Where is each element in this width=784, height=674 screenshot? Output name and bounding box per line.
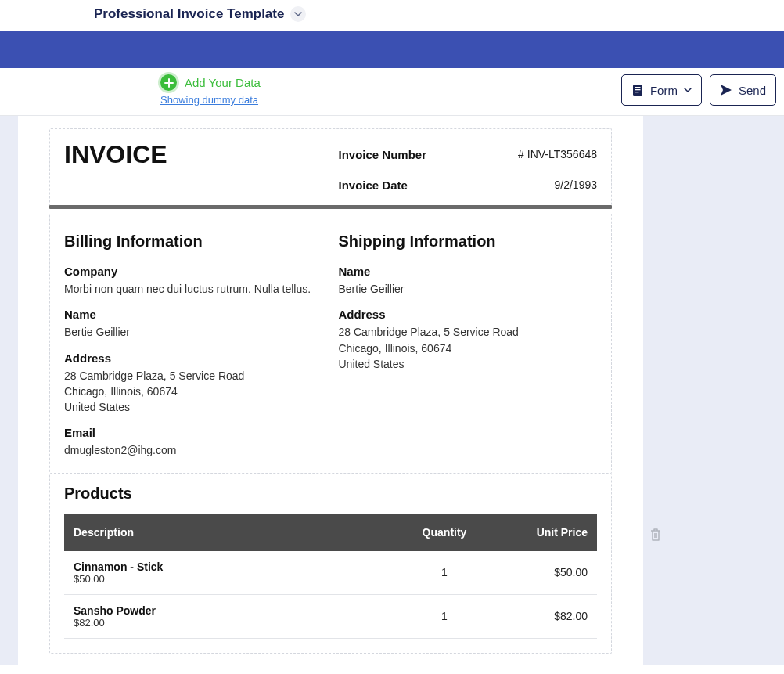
shipping-address-line1: 28 Cambridge Plaza, 5 Service Road: [339, 324, 598, 340]
billing-address-label: Address: [64, 351, 323, 365]
product-subprice: $82.00: [74, 617, 392, 629]
chevron-down-icon: [684, 86, 692, 94]
svg-rect-2: [635, 89, 640, 90]
product-name: Sansho Powder: [74, 604, 392, 617]
shipping-name-label: Name: [339, 265, 598, 278]
send-icon: [720, 84, 732, 96]
invoice-date-value: 9/2/1993: [555, 178, 598, 192]
products-section[interactable]: Products Description Quantity Unit Price…: [49, 474, 612, 654]
svg-rect-1: [635, 87, 640, 88]
delete-button[interactable]: [649, 528, 662, 544]
product-qty: 1: [401, 594, 487, 638]
col-quantity: Quantity: [401, 514, 487, 551]
canvas-area: INVOICE Invoice Number # INV-LT356648 In…: [0, 116, 784, 665]
billing-address-line3: United States: [64, 399, 323, 415]
invoice-number-value: # INV-LT356648: [518, 148, 597, 161]
form-button[interactable]: Form: [621, 74, 702, 106]
product-qty: 1: [401, 551, 487, 595]
product-subprice: $50.00: [74, 573, 392, 585]
table-row: Sansho Powder $82.00 1 $82.00: [64, 594, 597, 638]
products-table: Description Quantity Unit Price Cinnamon…: [64, 514, 597, 639]
product-name: Cinnamon - Stick: [74, 560, 392, 573]
trash-icon: [649, 528, 662, 542]
top-title-row: Professional Invoice Template: [0, 0, 784, 31]
billing-name-value: Bertie Geillier: [64, 324, 323, 340]
product-price: $82.00: [487, 594, 597, 638]
invoice-header-section[interactable]: INVOICE Invoice Number # INV-LT356648 In…: [49, 128, 612, 206]
svg-rect-3: [635, 92, 638, 92]
table-row: Cinnamon - Stick $50.00 1 $50.00: [64, 551, 597, 595]
showing-dummy-link[interactable]: Showing dummy data: [160, 94, 261, 106]
invoice-date-label: Invoice Date: [339, 178, 408, 192]
add-data-button[interactable]: Add Your Data: [160, 74, 261, 91]
template-title: Professional Invoice Template: [94, 6, 284, 22]
invoice-date-row: Invoice Date 9/2/1993: [339, 178, 598, 192]
send-button-label: Send: [739, 84, 766, 97]
add-data-label: Add Your Data: [185, 76, 261, 89]
invoice-page: INVOICE Invoice Number # INV-LT356648 In…: [18, 116, 643, 669]
billing-email-value: dmugleston2@ihg.com: [64, 442, 323, 458]
billing-address-line1: 28 Cambridge Plaza, 5 Service Road: [64, 368, 323, 384]
billing-address-value: 28 Cambridge Plaza, 5 Service Road Chica…: [64, 368, 323, 416]
shipping-address-label: Address: [339, 308, 598, 321]
invoice-number-row: Invoice Number # INV-LT356648: [339, 148, 598, 161]
toolbar: Add Your Data Showing dummy data Form Se…: [0, 68, 784, 116]
shipping-name-value: Bertie Geillier: [339, 281, 598, 297]
chevron-down-icon: [294, 10, 302, 18]
products-header-row: Description Quantity Unit Price: [64, 514, 597, 551]
billing-shipping-section[interactable]: Billing Information Company Morbi non qu…: [49, 214, 612, 474]
shipping-address-line3: United States: [339, 356, 598, 372]
invoice-title: INVOICE: [64, 140, 323, 169]
shipping-column: Shipping Information Name Bertie Geillie…: [339, 225, 598, 459]
billing-email-label: Email: [64, 426, 323, 439]
billing-company-label: Company: [64, 265, 323, 278]
banner-bar: [0, 31, 784, 68]
shipping-address-value: 28 Cambridge Plaza, 5 Service Road Chica…: [339, 324, 598, 372]
add-data-group: Add Your Data Showing dummy data: [160, 74, 261, 106]
billing-heading: Billing Information: [64, 232, 323, 250]
col-unit-price: Unit Price: [487, 514, 597, 551]
shipping-address-line2: Chicago, Illinois, 60674: [339, 341, 598, 356]
shipping-heading: Shipping Information: [339, 232, 598, 250]
form-button-label: Form: [650, 84, 678, 97]
billing-company-value: Morbi non quam nec dui luctus rutrum. Nu…: [64, 281, 323, 297]
product-price: $50.00: [487, 551, 597, 595]
plus-icon: [160, 74, 177, 91]
billing-address-line2: Chicago, Illinois, 60674: [64, 384, 323, 399]
products-heading: Products: [64, 485, 597, 503]
billing-name-label: Name: [64, 308, 323, 321]
form-icon: [631, 84, 644, 96]
title-dropdown-button[interactable]: [290, 6, 306, 22]
invoice-number-label: Invoice Number: [339, 148, 427, 161]
send-button[interactable]: Send: [710, 74, 776, 106]
col-description: Description: [64, 514, 401, 551]
billing-column: Billing Information Company Morbi non qu…: [64, 225, 323, 459]
header-divider: [49, 205, 612, 209]
